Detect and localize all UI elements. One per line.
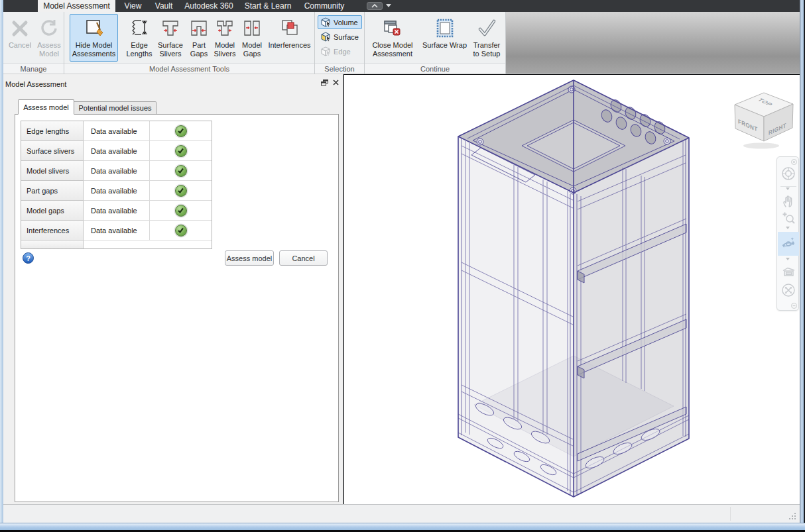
- navbar-divider: [780, 186, 796, 187]
- pan-button[interactable]: [780, 192, 797, 209]
- pan-hand-icon: [781, 193, 796, 208]
- status-cell: Data available: [84, 221, 150, 240]
- result-cell: [150, 161, 212, 181]
- green-check-icon: [175, 225, 187, 237]
- status-bar-separator: [730, 507, 731, 521]
- green-check-icon: [175, 205, 187, 217]
- cancel-button: Cancel: [5, 14, 34, 62]
- close-model-assessment-button[interactable]: Close Model Assessment: [367, 14, 418, 62]
- ribbon-group-model-assessment-tools: Hide Model Assessments Edge Lengths: [64, 12, 315, 74]
- model-gaps-icon: [241, 16, 263, 41]
- orbit-button[interactable]: [778, 232, 799, 256]
- tab-potential-model-issues[interactable]: Potential model issues: [74, 101, 156, 115]
- edge-lengths-icon: [128, 16, 151, 41]
- zoom-extents-icon: [780, 282, 796, 298]
- green-check-icon: [175, 165, 187, 177]
- refresh-icon: [38, 16, 60, 41]
- model-slivers-button[interactable]: Model Slivers: [211, 14, 239, 62]
- wheel-menu-caret[interactable]: [786, 187, 790, 190]
- zoom-button[interactable]: [780, 209, 797, 227]
- hide-model-assessments-button[interactable]: Hide Model Assessments: [70, 14, 118, 62]
- cancel-dialog-button[interactable]: Cancel: [279, 250, 328, 266]
- tab-vault[interactable]: Vault: [149, 0, 179, 12]
- select-volume-button[interactable]: Volume: [318, 15, 362, 29]
- panel-float-button[interactable]: [320, 78, 329, 87]
- collapse-arrow-icon: [371, 4, 378, 8]
- green-check-icon: [175, 125, 187, 137]
- group-label-continue: Continue: [365, 63, 505, 74]
- status-cell: Data available: [84, 181, 150, 201]
- select-surface-button[interactable]: Surface: [318, 30, 362, 44]
- orbit-icon: [780, 236, 796, 252]
- navigation-wheel-button[interactable]: [780, 165, 797, 182]
- model-viewport[interactable]: TOP FRONT RIGHT: [344, 75, 800, 504]
- panel-close-button[interactable]: [331, 78, 340, 87]
- navbar-collapse-button[interactable]: [790, 302, 797, 309]
- surface-wrap-button[interactable]: Surface Wrap: [420, 14, 469, 62]
- volume-cube-icon: [320, 17, 331, 28]
- table-row: Model gaps Data available: [21, 201, 212, 221]
- view-cube[interactable]: TOP FRONT RIGHT: [732, 89, 798, 150]
- tab-autodesk-360[interactable]: Autodesk 360: [179, 0, 239, 12]
- ribbon-options-caret[interactable]: [386, 4, 391, 7]
- interferences-icon: [279, 16, 301, 41]
- look-at-icon: [781, 264, 796, 279]
- status-cell: Data available: [84, 161, 150, 181]
- status-bar: [3, 504, 800, 523]
- result-cell: [150, 121, 212, 141]
- zoom-magnifier-icon: [781, 211, 796, 225]
- table-row: Surface slivers Data available: [21, 141, 212, 161]
- assessment-table: Edge lengths Data available Surface sliv…: [21, 121, 212, 249]
- table-row: Interferences Data available: [21, 221, 212, 240]
- surface-wrap-icon: [434, 16, 456, 41]
- tab-view[interactable]: View: [117, 0, 149, 12]
- close-window-icon: [381, 16, 404, 41]
- navigation-bar: [776, 156, 799, 311]
- edge-lengths-button[interactable]: Edge Lengths: [124, 14, 155, 62]
- ribbon-tab-bar: Model Assessment View Vault Autodesk 360…: [3, 0, 800, 12]
- tab-community[interactable]: Community: [297, 0, 351, 12]
- group-label-manage: Manage: [3, 63, 64, 74]
- model-slivers-icon: [214, 16, 236, 41]
- edge-cube-icon: [320, 46, 331, 57]
- ribbon: Cancel Assess Model Manage: [3, 12, 800, 74]
- surface-slivers-icon: [159, 16, 182, 41]
- model-gaps-button[interactable]: Model Gaps: [239, 14, 265, 62]
- result-cell: [150, 181, 212, 201]
- tab-start-and-learn[interactable]: Start & Learn: [239, 0, 297, 12]
- status-cell: Data available: [84, 121, 150, 141]
- zoom-menu-caret[interactable]: [786, 227, 790, 229]
- zoom-extents-button[interactable]: [780, 282, 797, 299]
- application-window: Model Assessment View Vault Autodesk 360…: [0, 0, 805, 532]
- row-header: Edge lengths: [21, 121, 84, 141]
- ribbon-group-selection: Volume Surface Edge: [315, 12, 365, 74]
- row-header: Model gaps: [21, 201, 84, 221]
- resize-grip[interactable]: [788, 512, 797, 521]
- transfer-to-setup-button[interactable]: Transfer to Setup: [469, 14, 504, 62]
- look-at-button[interactable]: [780, 263, 797, 280]
- part-gaps-icon: [188, 16, 210, 41]
- row-header: Model slivers: [21, 161, 84, 181]
- broom-square-icon: [83, 16, 105, 41]
- interferences-button[interactable]: Interferences: [265, 14, 314, 62]
- ribbon-group-manage: Cancel Assess Model Manage: [3, 12, 64, 74]
- help-button[interactable]: ?: [23, 252, 34, 264]
- checkmark-icon: [475, 16, 498, 41]
- tab-assess-model[interactable]: Assess model: [18, 99, 74, 115]
- navbar-close-button[interactable]: [790, 158, 797, 165]
- model-3d-enclosure[interactable]: [344, 75, 800, 504]
- table-row: Part gaps Data available: [21, 181, 212, 201]
- part-gaps-button[interactable]: Part Gaps: [187, 14, 211, 62]
- table-row: Model slivers Data available: [21, 161, 212, 181]
- ribbon-empty-area: [506, 12, 800, 74]
- ribbon-collapse-button[interactable]: [367, 2, 383, 10]
- close-icon: [333, 80, 339, 85]
- group-label-selection: Selection: [315, 63, 364, 74]
- assess-model-dialog-button[interactable]: Assess model: [225, 250, 274, 266]
- model-assessment-panel: Model Assessment Assess model Potential …: [3, 74, 343, 504]
- tab-model-assessment[interactable]: Model Assessment: [38, 0, 115, 12]
- surface-slivers-button[interactable]: Surface Slivers: [155, 14, 186, 62]
- orbit-menu-caret[interactable]: [786, 258, 790, 260]
- result-cell: [150, 221, 212, 240]
- assess-model-tab-content: Edge lengths Data available Surface sliv…: [15, 114, 339, 502]
